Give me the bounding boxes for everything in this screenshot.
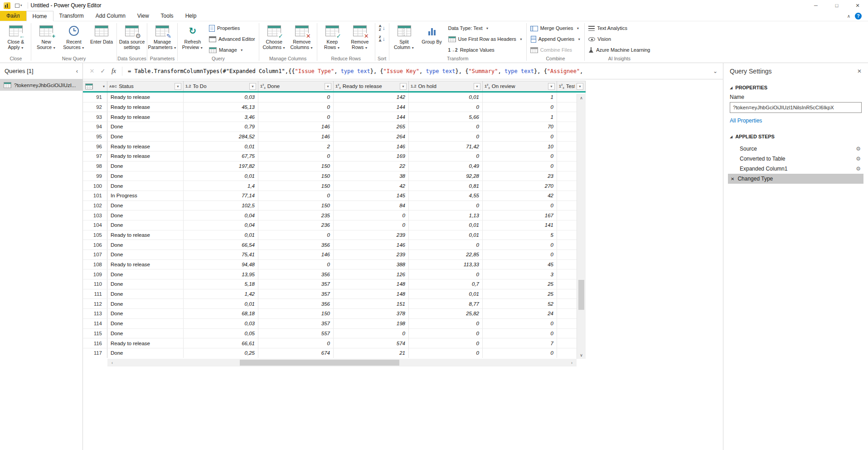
table-cell[interactable]: 66,54 [184, 240, 258, 249]
table-cell[interactable]: 0,25 [184, 348, 258, 358]
column-filter-button[interactable]: ▼ [577, 83, 583, 90]
scroll-up-icon[interactable]: ∧ [577, 94, 586, 102]
table-cell[interactable]: 21 [334, 348, 409, 358]
cancel-formula-icon[interactable]: ✕ [87, 68, 97, 74]
applied-steps-section-header[interactable]: ◢ APPLIED STEPS [723, 124, 868, 142]
table-cell[interactable]: 3,46 [184, 112, 258, 122]
row-number[interactable]: 95 [83, 132, 107, 142]
table-cell[interactable]: Done [107, 279, 184, 289]
table-cell[interactable]: Ready to release [107, 103, 184, 112]
table-cell[interactable]: 574 [334, 338, 409, 348]
table-cell[interactable]: 239 [334, 250, 409, 259]
row-number[interactable]: 94 [83, 122, 107, 132]
table-cell[interactable]: Done [107, 250, 184, 259]
table-cell[interactable]: 0,01 [409, 289, 483, 299]
table-cell[interactable]: Done [107, 161, 184, 171]
table-cell[interactable]: 23 [483, 171, 557, 181]
table-cell[interactable]: 356 [258, 269, 334, 279]
collapse-queries-icon[interactable]: ‹ [76, 68, 78, 74]
use-first-row-as-headers-button[interactable]: Use First Row as Headers▼ [446, 34, 525, 44]
table-cell[interactable]: 146 [334, 240, 409, 249]
table-cell[interactable]: 0,79 [184, 122, 258, 132]
properties-button[interactable]: Properties [207, 23, 257, 33]
query-list-item[interactable]: ?token=eyJhbGciOiJIUzI... [0, 79, 82, 91]
row-number[interactable]: 97 [83, 152, 107, 161]
table-cell[interactable]: 0 [409, 348, 483, 358]
table-cell[interactable]: 3 [483, 269, 557, 279]
vision-button[interactable]: Vision [586, 34, 652, 44]
recent-sources-button[interactable]: Recent Sources▼ [60, 23, 87, 52]
row-number[interactable]: 103 [83, 210, 107, 220]
remove-rows-button[interactable]: ✕ Remove Rows▼ [346, 23, 373, 52]
table-cell[interactable]: 357 [258, 319, 334, 328]
row-number[interactable]: 108 [83, 260, 107, 269]
table-cell[interactable]: 144 [334, 103, 409, 112]
table-cell[interactable]: 126 [334, 269, 409, 279]
table-cell[interactable]: 284,52 [184, 132, 258, 142]
table-cell[interactable]: Done [107, 210, 184, 220]
table-cell[interactable]: 0,05 [184, 329, 258, 338]
table-cell[interactable]: 270 [483, 181, 557, 191]
table-cell[interactable]: Done [107, 181, 184, 191]
column-filter-button[interactable]: ▼ [400, 83, 407, 90]
close-settings-icon[interactable]: ✕ [857, 68, 862, 74]
step-settings-gear-icon[interactable]: ⚙ [856, 156, 861, 162]
row-number[interactable]: 110 [83, 279, 107, 289]
choose-columns-button[interactable]: ✓ Choose Columns▼ [261, 23, 288, 52]
table-cell[interactable]: 141 [483, 220, 557, 230]
table-cell[interactable]: 66,61 [184, 338, 258, 348]
table-cell[interactable]: 1 [483, 93, 557, 102]
applied-step-changed-type[interactable]: ✕Changed Type [728, 174, 863, 184]
data-type-button[interactable]: Data Type: Text▼ [446, 23, 525, 33]
table-cell[interactable]: 0 [409, 338, 483, 348]
table-cell[interactable]: 0,04 [184, 210, 258, 220]
new-source-button[interactable]: + New Source▼ [33, 23, 60, 52]
scroll-right-icon[interactable]: › [568, 359, 576, 367]
table-cell[interactable]: Done [107, 220, 184, 230]
column-header-on-hold[interactable]: 1.2On hold▼ [409, 81, 483, 91]
table-cell[interactable]: 42 [334, 181, 409, 191]
table-cell[interactable]: 1,4 [184, 181, 258, 191]
minimize-button[interactable]: ─ [805, 0, 826, 11]
table-cell[interactable]: Ready to release [107, 338, 184, 348]
table-cell[interactable]: 67,75 [184, 152, 258, 161]
row-number[interactable]: 111 [83, 289, 107, 299]
table-cell[interactable]: 0 [258, 260, 334, 269]
table-cell[interactable]: 0 [409, 122, 483, 132]
table-cell[interactable]: Ready to release [107, 93, 184, 102]
table-cell[interactable]: 13,95 [184, 269, 258, 279]
table-cell[interactable]: 0 [483, 161, 557, 171]
group-by-button[interactable]: Group By [418, 23, 446, 45]
table-cell[interactable]: 0,03 [184, 93, 258, 102]
table-cell[interactable]: 45,13 [184, 103, 258, 112]
row-number[interactable]: 91 [83, 93, 107, 102]
help-icon[interactable]: ? [855, 13, 862, 20]
table-cell[interactable]: 10 [483, 142, 557, 151]
text-analytics-button[interactable]: Text Analytics [586, 23, 652, 33]
table-cell[interactable]: 84 [334, 201, 409, 210]
table-cell[interactable]: Done [107, 319, 184, 328]
formula-input[interactable]: = Table.TransformColumnTypes(#"Expanded … [125, 68, 708, 74]
row-number[interactable]: 117 [83, 348, 107, 358]
table-cell[interactable]: 148 [334, 289, 409, 299]
table-cell[interactable]: 0 [258, 230, 334, 240]
table-cell[interactable]: 7 [483, 338, 557, 348]
vertical-scroll-thumb[interactable] [578, 280, 584, 310]
table-cell[interactable]: 0 [258, 191, 334, 201]
table-cell[interactable]: 0 [409, 103, 483, 112]
collapse-ribbon-icon[interactable]: ∧ [847, 14, 850, 19]
row-number[interactable]: 105 [83, 230, 107, 240]
table-cell[interactable]: Ready to release [107, 260, 184, 269]
quick-access-toolbar[interactable]: ▾ [12, 4, 25, 8]
column-header-on-review[interactable]: 123On review▼ [483, 81, 557, 91]
table-cell[interactable]: 42 [483, 191, 557, 201]
table-cell[interactable]: 0 [409, 152, 483, 161]
table-cell[interactable]: 0,01 [409, 230, 483, 240]
split-column-button[interactable]: Split Column▼ [391, 23, 418, 52]
table-cell[interactable]: 150 [258, 181, 334, 191]
table-cell[interactable]: 0 [409, 319, 483, 328]
tab-home[interactable]: Home [26, 11, 53, 21]
all-properties-link[interactable]: All Properties [723, 113, 868, 124]
table-cell[interactable]: 0 [483, 103, 557, 112]
horizontal-scrollbar[interactable]: ‹ › [107, 359, 577, 367]
